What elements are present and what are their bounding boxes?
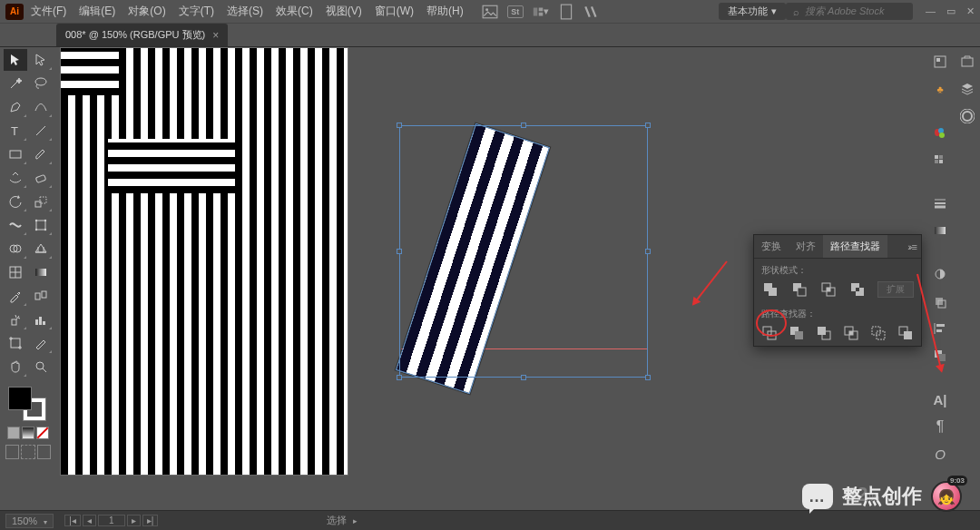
bar-st-icon[interactable]: St: [507, 5, 524, 18]
shaper-tool[interactable]: [4, 167, 27, 189]
column-graph-tool[interactable]: [29, 309, 53, 330]
artboard-prev-button[interactable]: ◂: [83, 515, 96, 526]
bar-arrange-icon[interactable]: ▾: [533, 4, 549, 20]
appearance-panel-icon[interactable]: [929, 290, 951, 312]
menu-edit[interactable]: 编辑(E): [79, 4, 115, 19]
gradient-panel-icon[interactable]: [929, 220, 951, 241]
handle-top-left[interactable]: [397, 123, 402, 128]
artboard-tool[interactable]: [4, 332, 27, 354]
magic-wand-tool[interactable]: [4, 73, 27, 94]
fill-stroke-swatch[interactable]: [8, 387, 48, 423]
menu-file[interactable]: 文件(F): [31, 4, 66, 19]
width-tool[interactable]: [4, 214, 27, 236]
document-tab-close-button[interactable]: ×: [212, 29, 219, 42]
shape-mode-expand-button[interactable]: 扩展: [877, 281, 914, 298]
character-panel-icon[interactable]: A|: [929, 388, 951, 410]
artboard[interactable]: [60, 47, 348, 476]
curvature-tool[interactable]: [29, 96, 53, 118]
shape-builder-tool[interactable]: [4, 238, 27, 260]
handle-top-mid[interactable]: [521, 123, 526, 128]
workspace-switcher[interactable]: 基本功能 ▾: [719, 3, 786, 20]
free-transform-tool[interactable]: [29, 214, 53, 236]
opentype-panel-icon[interactable]: O: [929, 443, 951, 465]
menu-type[interactable]: 文字(T): [179, 4, 214, 19]
transparency-panel-icon[interactable]: [929, 263, 951, 285]
bar-image-icon[interactable]: [482, 4, 498, 20]
menu-object[interactable]: 对象(O): [128, 4, 165, 19]
window-min-button[interactable]: —: [926, 5, 936, 17]
handle-mid-left[interactable]: [397, 249, 402, 254]
stroke-panel-icon[interactable]: [929, 192, 951, 214]
menu-select[interactable]: 选择(S): [227, 4, 263, 19]
artboard-next-button[interactable]: ▸: [127, 515, 141, 526]
color-panel-icon[interactable]: ♣: [929, 78, 951, 100]
pathfinder-outline-button[interactable]: [870, 324, 888, 342]
handle-bot-right[interactable]: [645, 375, 651, 380]
none-mode-icon[interactable]: [36, 427, 49, 439]
bar-doc-setup-icon[interactable]: [558, 4, 574, 20]
panel-tab-pathfinder[interactable]: 路径查找器: [823, 235, 887, 258]
color-mode-icon[interactable]: [7, 427, 20, 439]
cc-libraries-panel-icon[interactable]: [956, 105, 978, 127]
rectangle-tool[interactable]: [4, 143, 27, 165]
gradient-mode-icon[interactable]: [22, 427, 34, 439]
pathfinder-crop-button[interactable]: [843, 324, 861, 342]
shape-mode-intersect-button[interactable]: [819, 280, 839, 299]
handle-bot-left[interactable]: [397, 375, 402, 380]
hand-tool[interactable]: [4, 356, 27, 378]
menu-view[interactable]: 视图(V): [326, 4, 362, 19]
handle-top-right[interactable]: [645, 123, 651, 128]
fill-swatch[interactable]: [8, 387, 32, 410]
shape-mode-unite-button[interactable]: [761, 280, 781, 299]
line-tool[interactable]: [29, 120, 53, 142]
properties-panel-icon[interactable]: [929, 51, 951, 73]
slice-tool[interactable]: [29, 332, 53, 354]
rotate-tool[interactable]: [4, 191, 27, 212]
window-close-button[interactable]: ✕: [966, 5, 975, 17]
pathfinder-merge-button[interactable]: [816, 324, 834, 342]
handle-mid-right[interactable]: [645, 249, 651, 254]
artboard-last-button[interactable]: ▸|: [142, 515, 159, 526]
symbol-sprayer-tool[interactable]: [4, 309, 27, 330]
paintbrush-tool[interactable]: [29, 143, 53, 165]
direct-selection-tool[interactable]: [29, 49, 53, 71]
panel-tab-transform[interactable]: 变换: [754, 235, 789, 258]
eraser-tool[interactable]: [29, 167, 53, 189]
layers-panel-icon[interactable]: [956, 78, 978, 100]
search-field[interactable]: ⌕ 搜索 Adobe Stock: [786, 3, 913, 20]
shape-mode-exclude-button[interactable]: [848, 280, 868, 299]
selection-bounding-box[interactable]: [399, 125, 648, 378]
pathfinder-trim-button[interactable]: [789, 324, 807, 342]
paragraph-panel-icon[interactable]: ¶: [929, 416, 951, 437]
selection-tool[interactable]: [4, 49, 27, 71]
blend-tool[interactable]: [29, 285, 53, 307]
document-tab[interactable]: 008* @ 150% (RGB/GPU 预览) ×: [56, 24, 228, 46]
perspective-grid-tool[interactable]: [29, 238, 53, 260]
mesh-tool[interactable]: [4, 261, 27, 283]
status-mode-label[interactable]: 选择 ▸: [327, 514, 358, 527]
eyedropper-tool[interactable]: [4, 285, 27, 307]
window-max-button[interactable]: ▭: [946, 5, 956, 17]
panel-collapse-button[interactable]: ›› ≡: [902, 238, 921, 256]
artboard-first-button[interactable]: |◂: [64, 515, 81, 526]
libraries-panel-icon[interactable]: [956, 51, 978, 73]
pathfinder-minus-back-button[interactable]: [897, 324, 916, 342]
pen-tool[interactable]: [4, 96, 27, 118]
handle-bot-mid[interactable]: [521, 375, 526, 380]
draw-normal-icon[interactable]: [5, 445, 19, 459]
draw-behind-icon[interactable]: [21, 445, 34, 459]
type-tool[interactable]: T: [4, 120, 27, 142]
artboard-index[interactable]: 1: [98, 515, 125, 526]
panel-tab-align[interactable]: 对齐: [789, 235, 823, 258]
gradient-tool[interactable]: [29, 261, 53, 283]
pathfinder-panel[interactable]: 变换 对齐 路径查找器 ›› ≡ 形状模式： 扩展 路径查找器：: [753, 234, 922, 347]
zoom-tool[interactable]: [29, 356, 53, 378]
swatches-panel-icon[interactable]: [929, 149, 951, 171]
menu-effect[interactable]: 效果(C): [276, 4, 313, 19]
color-guide-panel-icon[interactable]: [929, 122, 951, 143]
zoom-level-dropdown[interactable]: 150% ▾: [5, 514, 54, 528]
draw-inside-icon[interactable]: [37, 445, 51, 459]
shape-mode-minus-front-button[interactable]: [790, 280, 810, 299]
bar-prefs-icon[interactable]: [583, 4, 600, 20]
lasso-tool[interactable]: [29, 73, 53, 94]
